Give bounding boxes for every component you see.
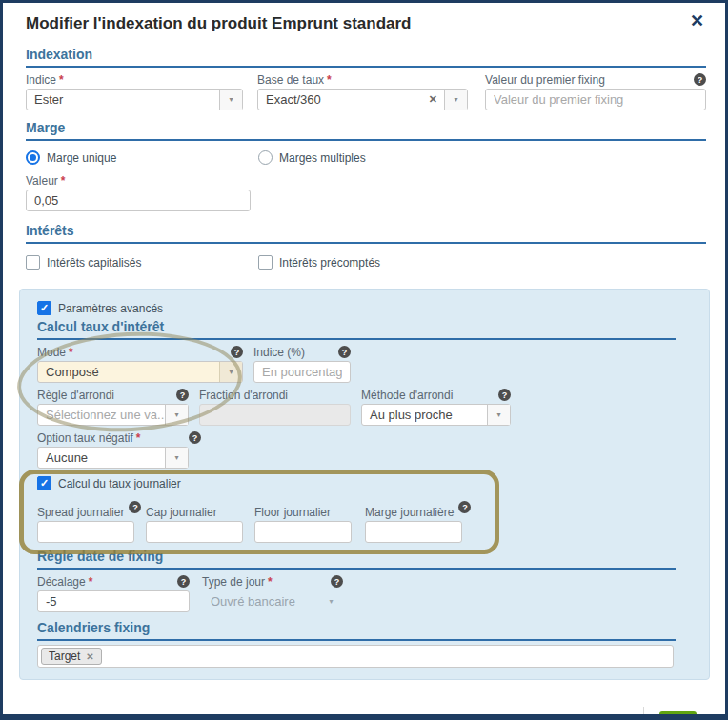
close-icon[interactable]: ✕ <box>690 12 704 30</box>
required-asterisk: * <box>268 575 273 589</box>
chevron-down-icon[interactable]: ▾ <box>444 90 467 110</box>
fraction-arrondi-label: Fraction d'arrondi <box>199 389 288 402</box>
check-icon: ✓ <box>40 477 49 490</box>
indice-pct-input[interactable] <box>253 361 351 383</box>
chevron-down-icon[interactable]: ▾ <box>487 405 510 425</box>
precomptes-checkbox[interactable] <box>258 255 273 270</box>
marge-unique-label: Marge unique <box>47 151 116 165</box>
mode-select[interactable]: Composé ▾ <box>37 361 243 383</box>
calendar-tag: Target ✕ <box>41 648 102 665</box>
fixing-row: Décalage * ? Type de jour * ? Ouvré banc… <box>37 570 676 612</box>
advanced-panel: ✓ Paramètres avancés Calcul taux d'intér… <box>19 289 710 680</box>
option-taux-negatif-select[interactable]: Aucune ▾ <box>37 447 189 469</box>
field-base-taux: Base de taux * Exact/360 ✕ ▾ <box>257 68 468 110</box>
interets-precomptes-option: Intérêts précomptés <box>258 255 380 270</box>
parametres-avances-option: ✓ Paramètres avancés <box>37 301 676 315</box>
heading-calcul-taux: Calcul taux d'intérêt <box>37 319 676 340</box>
chevron-down-icon[interactable]: ▾ <box>219 362 242 382</box>
calcul-row-2: Règle d'arrondi ? Sélectionnez une va...… <box>37 383 676 426</box>
spread-journalier-input[interactable] <box>37 521 134 543</box>
calendriers-tag-input[interactable]: Target ✕ <box>37 645 674 668</box>
marge-unique-option: Marge unique <box>26 150 258 165</box>
mode-label: Mode <box>37 346 66 359</box>
marge-journaliere-input[interactable] <box>365 521 462 543</box>
edit-indexation-modal: Modifier l'indexation du produit Emprunt… <box>0 0 728 720</box>
help-icon[interactable]: ? <box>338 346 351 358</box>
help-icon[interactable]: ? <box>694 73 706 86</box>
taux-journalier-checkbox[interactable]: ✓ <box>37 476 51 490</box>
premier-fixing-input[interactable] <box>485 89 706 110</box>
section-heading-indexation: Indexation <box>26 47 706 68</box>
premier-fixing-label: Valeur du premier fixing <box>485 73 605 87</box>
cancel-button[interactable]: Annuler <box>581 715 627 720</box>
capitalises-label: Intérêts capitalisés <box>47 256 141 270</box>
modal-footer: Annuler OK <box>23 707 706 720</box>
help-icon[interactable]: ? <box>189 431 201 444</box>
help-icon[interactable]: ? <box>498 389 511 401</box>
marges-multiples-label: Marges multiples <box>279 151 366 165</box>
indexation-row: Indice * Ester ▾ Base de taux * Exact/36… <box>26 68 706 110</box>
marges-multiples-radio[interactable] <box>258 150 273 165</box>
taux-journalier-label: Calcul du taux journalier <box>58 477 181 490</box>
field-floor-journalier: Floor journalier <box>254 500 352 543</box>
type-jour-select-disabled: Ouvré bancaire ▾ <box>202 590 343 612</box>
heading-regle-fixing: Règle date de fixing <box>37 549 676 570</box>
marge-valeur-row: Valeur * <box>26 165 706 211</box>
required-asterisk: * <box>59 73 64 87</box>
decalage-label: Décalage <box>37 575 86 589</box>
required-asterisk: * <box>89 575 93 589</box>
field-option-taux-negatif: Option taux négatif * ? Aucune ▾ <box>37 426 189 469</box>
taux-journalier-group: ✓ Calcul du taux journalier Spread journ… <box>37 476 676 543</box>
chevron-down-icon[interactable]: ▾ <box>165 448 188 468</box>
heading-calendriers-fixing: Calendriers fixing <box>37 620 676 641</box>
marge-journaliere-label: Marge journalière <box>365 506 454 519</box>
clear-icon[interactable]: ✕ <box>422 93 444 106</box>
parametres-avances-label: Paramètres avancés <box>58 302 163 315</box>
regle-arrondi-select[interactable]: Sélectionnez une va... ▾ <box>37 404 189 426</box>
help-icon[interactable]: ? <box>331 575 343 588</box>
valeur-label: Valeur <box>26 174 58 188</box>
calcul-row-1: Mode * ? Composé ▾ Indice (%) ? <box>37 340 676 383</box>
parametres-avances-checkbox[interactable]: ✓ <box>37 301 51 315</box>
help-icon[interactable]: ? <box>231 346 243 358</box>
methode-arrondi-select[interactable]: Au plus proche ▾ <box>361 404 511 426</box>
valeur-input[interactable] <box>26 190 251 211</box>
decalage-input[interactable] <box>37 590 190 612</box>
field-mode: Mode * ? Composé ▾ <box>37 340 243 383</box>
help-icon[interactable]: ? <box>129 501 141 513</box>
option-taux-negatif-label: Option taux négatif <box>37 431 133 445</box>
marge-unique-radio[interactable] <box>26 150 40 165</box>
remove-tag-icon[interactable]: ✕ <box>86 651 93 662</box>
methode-arrondi-label: Méthode d'arrondi <box>361 389 453 402</box>
section-heading-marge: Marge <box>26 120 706 141</box>
precomptes-label: Intérêts précomptés <box>279 256 380 270</box>
field-cap-journalier: Cap journalier <box>146 500 243 543</box>
help-icon[interactable]: ? <box>176 389 189 401</box>
indice-pct-label: Indice (%) <box>253 346 305 359</box>
help-icon[interactable]: ? <box>458 501 471 513</box>
calcul-row-3: Option taux négatif * ? Aucune ▾ <box>37 426 676 469</box>
fraction-arrondi-input <box>199 404 351 426</box>
field-indice: Indice * Ester ▾ <box>26 68 243 110</box>
field-valeur: Valeur * <box>26 165 251 211</box>
floor-journalier-input[interactable] <box>254 521 352 543</box>
base-taux-label: Base de taux <box>257 73 324 87</box>
chevron-down-icon[interactable]: ▾ <box>219 90 242 110</box>
type-jour-value: Ouvré bancaire <box>203 594 320 609</box>
marge-radio-row: Marge unique Marges multiples <box>26 150 706 165</box>
regle-arrondi-label: Règle d'arrondi <box>37 389 114 402</box>
help-icon[interactable]: ? <box>177 575 190 588</box>
ok-button[interactable]: OK <box>659 711 698 720</box>
field-methode-arrondi: Méthode d'arrondi ? Au plus proche ▾ <box>361 383 511 426</box>
title-row: Modifier l'indexation du produit Emprunt… <box>23 12 706 33</box>
chevron-down-icon[interactable]: ▾ <box>165 405 188 425</box>
base-taux-combobox[interactable]: Exact/360 ✕ ▾ <box>257 89 468 110</box>
cap-journalier-input[interactable] <box>146 521 243 543</box>
spread-journalier-label: Spread journalier <box>37 506 124 519</box>
indice-select[interactable]: Ester ▾ <box>26 89 243 110</box>
field-fraction-arrondi: Fraction d'arrondi <box>199 383 351 426</box>
floor-journalier-label: Floor journalier <box>254 506 331 519</box>
capitalises-checkbox[interactable] <box>26 255 40 270</box>
field-spread-journalier: Spread journalier ? <box>37 500 134 543</box>
field-marge-journaliere: Marge journalière ? <box>365 500 462 543</box>
